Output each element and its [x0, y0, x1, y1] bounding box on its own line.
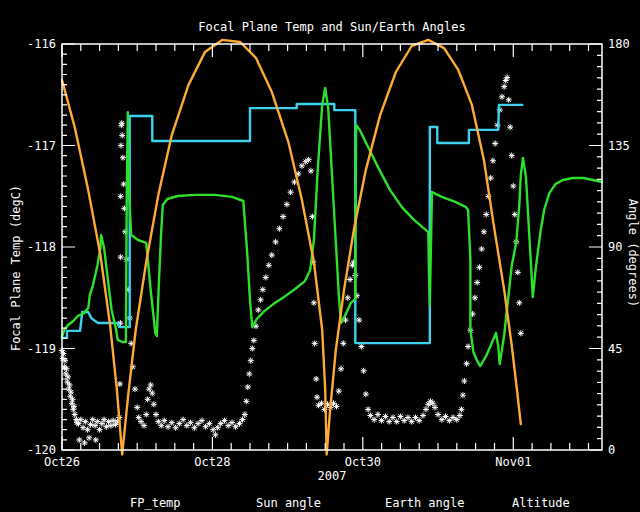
x-tick-label: Oct30: [345, 455, 381, 469]
y-right-tick-label: 90: [608, 240, 622, 254]
y-left-tick-label: -118: [27, 240, 56, 254]
y-left-tick-label: -116: [27, 37, 56, 51]
plot-area: Oct26Oct28Oct30Nov01-116-117-118-119-120…: [27, 37, 630, 469]
legend: FP_temp Sun angle Earth angle Altitude: [130, 496, 570, 510]
legend-item-sun-angle: Sun angle: [256, 496, 321, 510]
plot-window: { "title": "Focal Plane Temp and Sun/Ear…: [0, 0, 640, 512]
y-right-tick-label: 45: [608, 342, 622, 356]
year-label: 2007: [318, 469, 347, 483]
y-left-tick-label: -120: [27, 443, 56, 457]
x-tick-label: Oct28: [194, 455, 230, 469]
y-right-tick-label: 180: [608, 37, 630, 51]
y-left-axis-title: Focal Plane Temp (degC): [9, 185, 23, 351]
legend-item-altitude: Altitude: [512, 496, 570, 510]
legend-item-earth-angle: Earth angle: [385, 496, 464, 510]
legend-item-fp-temp: FP_temp: [130, 496, 181, 510]
y-right-tick-label: 135: [608, 139, 630, 153]
y-left-tick-label: -119: [27, 342, 56, 356]
chart-title: Focal Plane Temp and Sun/Earth Angles: [198, 20, 465, 34]
earth-angle-line: [62, 88, 602, 366]
chart-canvas: Focal Plane Temp and Sun/Earth Angles Fo…: [0, 0, 640, 512]
y-right-axis-title: Angle (degrees): [626, 199, 640, 307]
x-tick-label: Oct26: [44, 455, 80, 469]
y-left-tick-label: -117: [27, 139, 56, 153]
y-right-tick-label: 0: [608, 443, 615, 457]
x-tick-label: Nov01: [495, 455, 531, 469]
